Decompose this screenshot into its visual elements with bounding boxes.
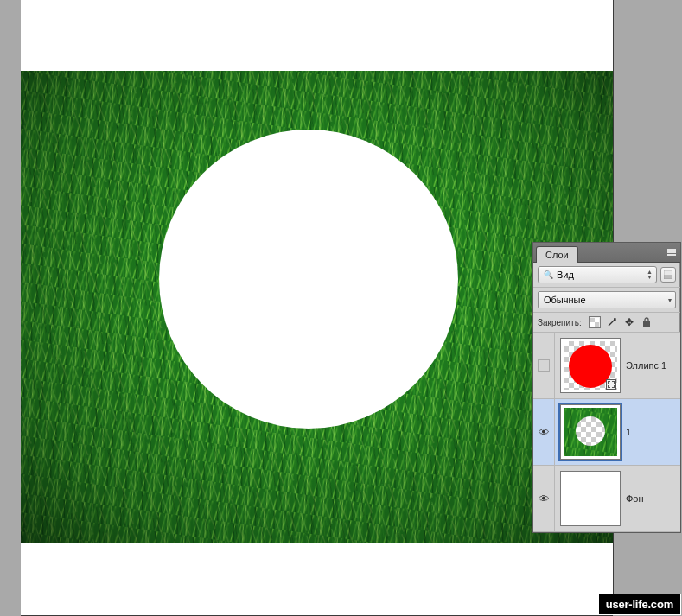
blend-mode-label: Обычные: [544, 295, 586, 305]
watermark-badge: user-life.com: [598, 594, 681, 615]
kind-filter-row: 🔍 Вид ▲▼: [533, 263, 680, 288]
vector-mask-badge: [606, 379, 616, 390]
layer-thumbnail[interactable]: [560, 338, 621, 393]
panel-tab-bar: Слои: [533, 243, 680, 263]
visibility-toggle[interactable]: 👁: [533, 466, 555, 531]
svg-rect-7: [590, 318, 595, 322]
eye-icon: 👁: [539, 426, 550, 439]
visibility-toggle[interactable]: [533, 333, 555, 398]
blend-mode-select[interactable]: Обычные ▾: [538, 291, 676, 308]
document-canvas[interactable]: [21, 0, 613, 615]
visibility-off-icon: [538, 359, 550, 372]
blend-mode-row: Обычные ▾: [533, 288, 680, 313]
filter-toggle-icon[interactable]: [660, 267, 676, 283]
svg-rect-8: [595, 322, 599, 327]
kind-select[interactable]: 🔍 Вид ▲▼: [538, 266, 657, 283]
chevron-down-icon: ▾: [668, 296, 672, 304]
white-circle-cutout: [159, 130, 458, 429]
layer-item-background[interactable]: 👁 Фон: [533, 466, 680, 532]
lock-icons-group: ✥: [589, 316, 653, 328]
lock-transparency-icon[interactable]: [589, 316, 601, 328]
svg-rect-5: [664, 276, 672, 279]
updown-icon: ▲▼: [647, 270, 653, 280]
panel-menu-icon[interactable]: [663, 243, 680, 262]
lock-label: Закрепить:: [538, 318, 582, 327]
kind-select-label: Вид: [557, 270, 574, 280]
layer-name-label: Фон: [626, 493, 644, 504]
svg-rect-9: [643, 321, 650, 327]
visibility-toggle[interactable]: 👁: [533, 399, 555, 465]
layer-thumbnail[interactable]: [560, 404, 621, 460]
layers-panel: Слои 🔍 Вид ▲▼ Обычные ▾ Закрепить: ✥: [532, 242, 681, 533]
layer-item-ellipse[interactable]: Эллипс 1: [533, 333, 680, 399]
svg-rect-4: [664, 270, 672, 276]
lock-position-icon[interactable]: ✥: [623, 316, 635, 328]
lock-row: Закрепить: ✥: [533, 313, 680, 333]
grass-image-layer: [21, 71, 613, 543]
layer-thumbnail[interactable]: [560, 471, 621, 526]
lock-pixels-icon[interactable]: [606, 316, 618, 328]
layer-list: Эллипс 1 👁 1 👁: [533, 333, 680, 532]
lock-all-icon[interactable]: [641, 316, 653, 328]
layer-item-grass[interactable]: 👁 1: [533, 399, 680, 466]
tab-layers[interactable]: Слои: [536, 246, 578, 263]
search-icon: 🔍: [544, 270, 553, 279]
layer-name-label: 1: [626, 427, 631, 437]
layer-name-label: Эллипс 1: [626, 360, 666, 371]
eye-icon: 👁: [539, 492, 550, 505]
